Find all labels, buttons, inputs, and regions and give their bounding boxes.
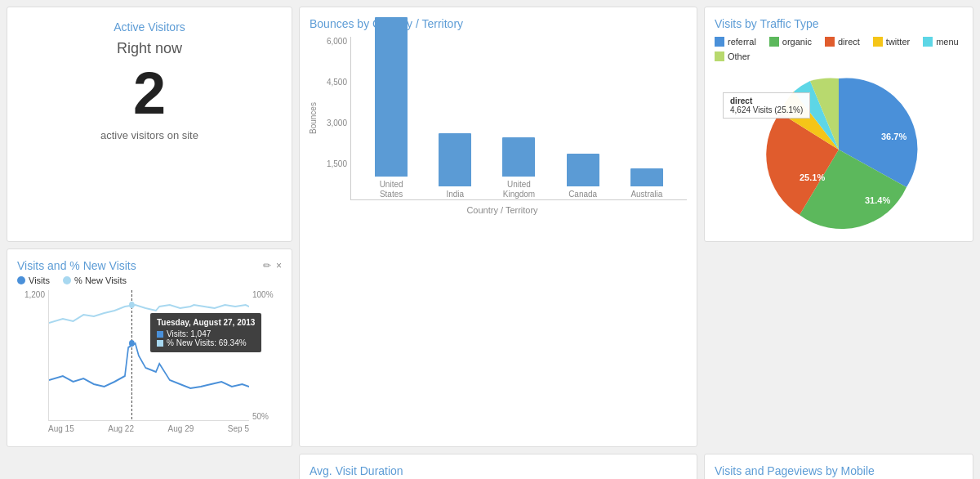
x-sep5: Sep 5 xyxy=(228,424,249,433)
legend-referral-label: referral xyxy=(728,37,756,47)
x-aug22: Aug 22 xyxy=(108,424,134,433)
bar-uk: UnitedKingdom xyxy=(502,137,535,199)
bar-australia-label: Australia xyxy=(630,190,662,199)
tooltip-visits-val: Visits: 1,047 xyxy=(167,329,211,338)
active-count: 2 xyxy=(20,64,278,123)
legend-visits-dot xyxy=(17,276,25,284)
legend-referral: referral xyxy=(715,37,756,47)
tooltip-new-visits-val: % New Visits: 69.34% xyxy=(167,338,247,347)
legend-direct-color xyxy=(825,37,835,47)
bar-australia: Australia xyxy=(630,168,663,199)
visits-chart-area xyxy=(48,290,249,421)
visits-x-labels: Aug 15 Aug 22 Aug 29 Sep 5 xyxy=(17,421,282,436)
bar-uk-bar xyxy=(502,137,535,177)
visits-header: Visits and % New Visits ✏ × xyxy=(17,259,282,272)
edit-icon[interactable]: ✏ xyxy=(263,260,271,271)
legend-visits: Visits xyxy=(17,275,50,285)
bar-canada-label: Canada xyxy=(568,190,597,199)
legend-organic-label: organic xyxy=(782,37,812,47)
legend-menu-color xyxy=(923,37,933,47)
avg-duration-title: Avg. Visit Duration xyxy=(310,464,687,477)
bar-y-3000: 3,000 xyxy=(318,119,347,128)
bar-us-label: UnitedStates xyxy=(380,180,403,199)
legend-visits-label: Visits xyxy=(29,275,50,285)
legend-other: Other xyxy=(715,51,751,61)
bounces-card: Bounces by Country / Territory Bounces 6… xyxy=(299,7,697,447)
x-aug29: Aug 29 xyxy=(168,424,194,433)
pie-tooltip-label: direct xyxy=(730,96,803,105)
active-visitors-card: Active Visitors Right now 2 active visit… xyxy=(7,7,292,242)
bar-us: UnitedStates xyxy=(375,17,408,199)
mobile-title: Visits and Pageviews by Mobile xyxy=(715,464,963,477)
bars-area: UnitedStates India UnitedKingdom Ca xyxy=(350,37,687,200)
right-now-label: Right now xyxy=(20,40,278,57)
legend-new-visits-label: % New Visits xyxy=(74,275,127,285)
mobile-card: Visits and Pageviews by Mobile Mobile (I… xyxy=(704,454,973,479)
pie-tooltip-value: 4,624 Visits (25.1%) xyxy=(730,105,803,114)
visits-icons: ✏ × xyxy=(263,260,282,271)
y-1200: 1,200 xyxy=(17,290,45,299)
legend-new-visits: % New Visits xyxy=(63,275,127,285)
bar-us-bar xyxy=(375,17,408,177)
bounces-title: Bounces by Country / Territory xyxy=(310,17,687,30)
bar-canada: Canada xyxy=(567,154,599,199)
y-right-100: 100% xyxy=(252,290,282,299)
tooltip-date: Tuesday, August 27, 2013 xyxy=(157,318,255,327)
legend-new-visits-dot xyxy=(63,276,71,284)
bar-y-1500: 1,500 xyxy=(318,159,347,168)
legend-menu-label: menu xyxy=(936,37,959,47)
legend-referral-color xyxy=(715,37,724,47)
bounces-y-axis-label: Bounces xyxy=(310,37,318,200)
tooltip-visits-row: Visits: 1,047 xyxy=(157,329,255,338)
bar-y-6000: 6,000 xyxy=(318,37,347,46)
active-visitors-title: Active Visitors xyxy=(20,20,278,34)
pie-organic-pct: 31.4% xyxy=(865,195,890,205)
bar-india-label: India xyxy=(446,190,464,199)
traffic-legend: referral organic direct twitter menu Oth… xyxy=(715,37,963,61)
avg-duration-card: Avg. Visit Duration Avg. Visit Duration … xyxy=(299,454,697,479)
visits-tooltip: Tuesday, August 27, 2013 Visits: 1,047 %… xyxy=(150,313,261,352)
bar-canada-bar xyxy=(567,154,599,186)
legend-twitter: twitter xyxy=(873,37,910,47)
bar-y-labels: 6,000 4,500 3,000 1,500 xyxy=(318,37,350,200)
legend-menu: menu xyxy=(923,37,959,47)
pie-referral-pct: 36.7% xyxy=(881,132,906,141)
bar-india: India xyxy=(439,133,471,199)
visits-chart-svg xyxy=(49,290,249,421)
visits-title: Visits and % New Visits xyxy=(17,259,263,272)
bar-uk-label: UnitedKingdom xyxy=(503,180,535,199)
legend-direct: direct xyxy=(825,37,860,47)
bar-y-4500: 4,500 xyxy=(318,78,347,87)
visits-legend: Visits % New Visits xyxy=(17,275,282,285)
legend-twitter-label: twitter xyxy=(886,37,910,47)
legend-other-label: Other xyxy=(728,51,751,61)
new-visits-point xyxy=(129,302,135,308)
pie-direct-pct: 25.1% xyxy=(800,172,825,182)
tooltip-new-visits-sq xyxy=(157,340,163,347)
tooltip-new-visits-row: % New Visits: 69.34% xyxy=(157,338,255,347)
pie-container: direct 4,624 Visits (25.1%) 36.7% xyxy=(715,68,963,231)
y-right-50: 50% xyxy=(252,412,282,421)
bar-india-bar xyxy=(439,133,471,186)
pie-tooltip: direct 4,624 Visits (25.1%) xyxy=(723,92,810,119)
visits-point xyxy=(129,340,135,347)
traffic-card: Visits by Traffic Type referral organic … xyxy=(704,7,973,242)
legend-direct-label: direct xyxy=(838,37,860,47)
visits-card: Visits and % New Visits ✏ × Visits % New… xyxy=(7,248,292,447)
legend-other-color xyxy=(715,51,724,61)
legend-organic-color xyxy=(769,37,779,47)
tooltip-visits-sq xyxy=(157,331,163,338)
traffic-title: Visits by Traffic Type xyxy=(715,17,963,30)
legend-organic: organic xyxy=(769,37,812,47)
active-subtitle: active visitors on site xyxy=(20,129,278,141)
legend-twitter-color xyxy=(873,37,883,47)
bounces-x-axis-title: Country / Territory xyxy=(318,205,687,215)
x-aug15: Aug 15 xyxy=(48,424,74,433)
close-icon[interactable]: × xyxy=(276,260,282,271)
bar-australia-bar xyxy=(630,168,663,186)
